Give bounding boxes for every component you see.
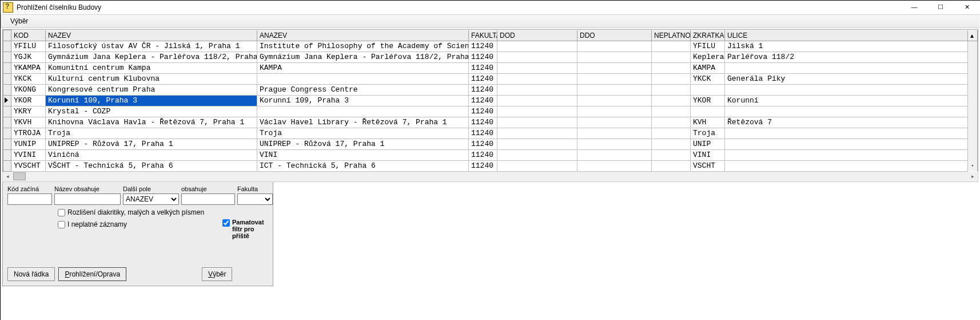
scroll-left-icon[interactable]: ◂ [3, 173, 13, 179]
cell-neplatnost[interactable] [652, 106, 691, 117]
cell-neplatnost[interactable] [652, 95, 691, 106]
cell-fakulta[interactable]: 11240 [469, 160, 497, 171]
cell-ddo[interactable] [577, 117, 652, 128]
prohlizeni-oprava-button[interactable]: Prohlížení/Oprava [58, 267, 126, 281]
cell-fakulta[interactable]: 11240 [469, 62, 497, 73]
cell-nazev[interactable]: UNIPREP - Růžová 17, Praha 1 [46, 139, 257, 149]
cell-ulice[interactable] [725, 149, 968, 160]
header-fakulta[interactable]: FAKULTA [469, 30, 497, 41]
cell-neplatnost[interactable] [652, 52, 691, 62]
cell-nazev[interactable]: Troja [46, 128, 257, 139]
table-row[interactable]: YKVHKnihovna Václava Havla - Řetězová 7,… [3, 117, 978, 128]
cell-fakulta[interactable]: 11240 [469, 128, 497, 139]
nazev-input[interactable] [54, 193, 121, 205]
close-button[interactable]: ✕ [954, 1, 980, 13]
cell-dod[interactable] [497, 139, 577, 149]
cell-anazev[interactable]: UNIPREP - Růžová 17, Praha 1 [257, 139, 469, 149]
header-ulice[interactable]: ULICE [725, 30, 968, 41]
diacritics-checkbox[interactable] [58, 209, 65, 216]
cell-dod[interactable] [497, 52, 577, 62]
cell-fakulta[interactable]: 11240 [469, 95, 497, 106]
cell-anazev[interactable]: Korunní 109, Praha 3 [257, 95, 469, 106]
header-anazev[interactable]: ANAZEV [257, 30, 469, 41]
cell-neplatnost[interactable] [652, 160, 691, 171]
cell-ddo[interactable] [577, 84, 652, 95]
vscroll-track[interactable] [968, 149, 978, 160]
cell-dod[interactable] [497, 106, 577, 117]
cell-ulice[interactable]: Korunní [725, 95, 968, 106]
cell-zkratka[interactable]: VINI [691, 149, 725, 160]
cell-fakulta[interactable]: 11240 [469, 41, 497, 52]
vyber-button[interactable]: Výběr [202, 267, 232, 281]
menu-vyber[interactable]: Výběr [6, 16, 33, 26]
cell-neplatnost[interactable] [652, 149, 691, 160]
cell-nazev[interactable]: VŠCHT - Technická 5, Praha 6 [46, 160, 257, 171]
cell-kod[interactable]: YUNIP [11, 139, 46, 149]
cell-neplatnost[interactable] [652, 117, 691, 128]
cell-kod[interactable]: YKVH [11, 117, 46, 128]
minimize-button[interactable]: — [901, 1, 927, 13]
cell-zkratka[interactable]: YKCK [691, 73, 725, 84]
vscroll-track[interactable] [968, 41, 978, 52]
cell-nazev[interactable]: Kongresové centrum Praha [46, 84, 257, 95]
cell-kod[interactable]: YKCK [11, 73, 46, 84]
cell-dod[interactable] [497, 149, 577, 160]
cell-kod[interactable]: YKRY [11, 106, 46, 117]
vscroll-track[interactable] [968, 84, 978, 95]
cell-neplatnost[interactable] [652, 73, 691, 84]
cell-zkratka[interactable]: KVH [691, 117, 725, 128]
cell-ulice[interactable]: Generála Píky [725, 73, 968, 84]
cell-ddo[interactable] [577, 149, 652, 160]
table-row[interactable]: YFILUFilosofický ústav AV ČR - Jilská 1,… [3, 41, 978, 52]
table-row[interactable]: YTROJATrojaTroja11240Troja [3, 128, 978, 139]
table-row[interactable]: YKCKKulturní centrum Klubovna11240YKCKGe… [3, 73, 978, 84]
vscroll-track[interactable] [968, 62, 978, 73]
vscroll-track[interactable] [968, 95, 978, 106]
cell-ulice[interactable] [725, 139, 968, 149]
cell-fakulta[interactable]: 11240 [469, 149, 497, 160]
horizontal-scrollbar[interactable]: ◂ ▸ [2, 172, 978, 182]
cell-dod[interactable] [497, 41, 577, 52]
cell-ddo[interactable] [577, 95, 652, 106]
cell-ddo[interactable] [577, 160, 652, 171]
cell-kod[interactable]: YKONG [11, 84, 46, 95]
cell-ulice[interactable] [725, 106, 968, 117]
table-row[interactable]: YKORKorunní 109, Praha 3Korunní 109, Pra… [3, 95, 978, 106]
dalsi-pole-select[interactable]: ANAZEV [123, 193, 179, 205]
cell-ulice[interactable] [725, 160, 968, 171]
header-nazev[interactable]: NAZEV [46, 30, 257, 41]
cell-ulice[interactable]: Řetězová 7 [725, 117, 968, 128]
cell-nazev[interactable]: Filosofický ústav AV ČR - Jilská 1, Prah… [46, 41, 257, 52]
header-neplatnost[interactable]: NEPLATNOST [652, 30, 691, 41]
cell-kod[interactable]: YVSCHT [11, 160, 46, 171]
cell-dod[interactable] [497, 117, 577, 128]
cell-anazev[interactable]: KAMPA [257, 62, 469, 73]
cell-anazev[interactable]: Václav Havel Library - Řetězová 7, Praha… [257, 117, 469, 128]
cell-anazev[interactable] [257, 73, 469, 84]
cell-dod[interactable] [497, 128, 577, 139]
cell-fakulta[interactable]: 11240 [469, 84, 497, 95]
cell-fakulta[interactable]: 11240 [469, 106, 497, 117]
cell-zkratka[interactable] [691, 106, 725, 117]
nova-radka-button[interactable]: Nová řádka [7, 267, 55, 281]
header-dod[interactable]: DOD [497, 30, 577, 41]
cell-ddo[interactable] [577, 73, 652, 84]
vscroll-track[interactable] [968, 117, 978, 128]
table-row[interactable]: YUNIPUNIPREP - Růžová 17, Praha 1UNIPREP… [3, 139, 978, 149]
remember-filter-checkbox[interactable] [222, 219, 230, 227]
cell-neplatnost[interactable] [652, 139, 691, 149]
cell-fakulta[interactable]: 11240 [469, 73, 497, 84]
cell-nazev[interactable]: Viničná [46, 149, 257, 160]
cell-zkratka[interactable]: YKOR [691, 95, 725, 106]
cell-zkratka[interactable]: Troja [691, 128, 725, 139]
cell-nazev[interactable]: Korunní 109, Praha 3 [46, 95, 257, 106]
vscroll-track[interactable] [968, 106, 978, 117]
cell-zkratka[interactable]: VSCHT [691, 160, 725, 171]
table-row[interactable]: YKAMPAKomunitní centrum KampaKAMPA11240K… [3, 62, 978, 73]
cell-zkratka[interactable]: Keplera [691, 52, 725, 62]
scroll-right-icon[interactable]: ▸ [968, 173, 978, 179]
cell-ddo[interactable] [577, 62, 652, 73]
vscroll-top[interactable]: ▴ [968, 30, 978, 41]
vscroll-track[interactable] [968, 73, 978, 84]
table-row[interactable]: YKONGKongresové centrum PrahaPrague Cong… [3, 84, 978, 95]
